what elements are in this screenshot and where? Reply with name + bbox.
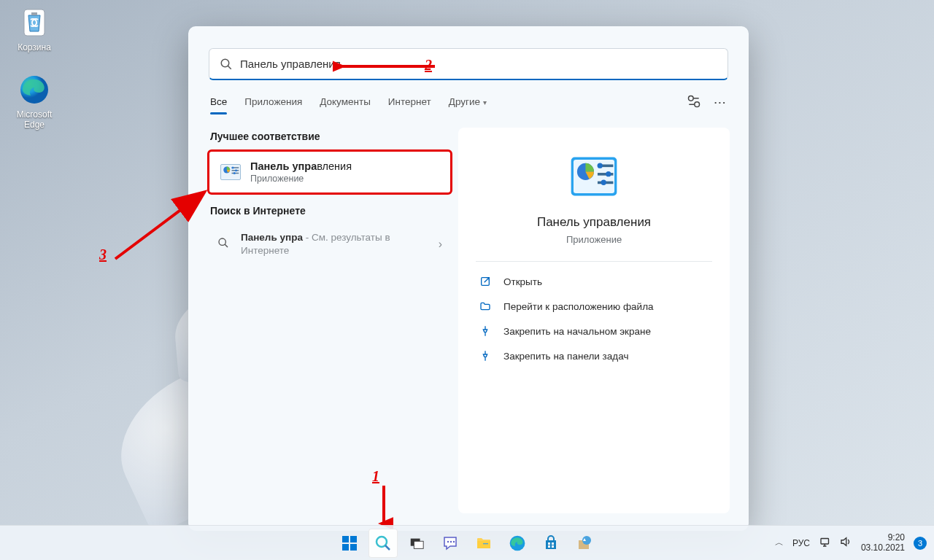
action-pin-taskbar[interactable]: Закрепить на панели задач [476, 343, 712, 368]
volume-icon[interactable] [839, 535, 852, 551]
web-result-text: Панель упра - См. результаты в Интернете [241, 231, 428, 257]
tab-apps[interactable]: Приложения [244, 90, 302, 114]
action-open[interactable]: Открыть [476, 269, 712, 294]
task-view-button[interactable] [402, 529, 431, 558]
svg-rect-43 [548, 542, 550, 545]
svg-rect-49 [821, 539, 829, 545]
tab-web[interactable]: Интернет [388, 90, 431, 114]
svg-rect-6 [221, 165, 241, 180]
edge-button[interactable] [503, 529, 532, 558]
more-options-icon[interactable]: ··· [714, 97, 727, 108]
annotation-label-2: 2 [425, 57, 432, 74]
annotation-label-3: 3 [99, 246, 107, 263]
control-panel-icon [220, 161, 242, 183]
store-icon [542, 534, 560, 552]
divider [476, 261, 712, 262]
svg-point-12 [235, 169, 237, 171]
svg-line-15 [225, 244, 228, 247]
chevron-down-icon: ▾ [483, 98, 487, 106]
taskbar-center [335, 529, 599, 558]
search-bar[interactable] [209, 48, 728, 80]
svg-point-11 [232, 167, 234, 169]
svg-point-39 [453, 540, 455, 542]
folder-icon [479, 300, 492, 312]
pin-icon [479, 350, 492, 362]
system-tray: ︿ РУС 9:20 03.10.2021 3 [775, 533, 927, 553]
app-button[interactable] [570, 529, 599, 558]
desktop-icon-label: Microsoft Edge [7, 109, 61, 130]
svg-line-34 [385, 545, 390, 550]
svg-point-13 [234, 172, 236, 174]
svg-point-23 [606, 171, 611, 176]
action-pin-start[interactable]: Закрепить на начальном экране [476, 319, 712, 343]
svg-point-33 [377, 537, 387, 547]
edge-icon [509, 534, 526, 552]
result-title: Панель управления [250, 160, 352, 172]
preview-subtitle: Приложение [476, 234, 712, 245]
svg-rect-45 [548, 545, 550, 548]
taskbar-clock[interactable]: 9:20 03.10.2021 [861, 533, 905, 553]
annotation-label-1: 1 [372, 468, 379, 485]
store-button[interactable] [536, 529, 566, 558]
tab-docs[interactable]: Документы [320, 90, 371, 114]
tab-more[interactable]: Другие ▾ [449, 90, 487, 114]
svg-point-4 [688, 96, 693, 101]
svg-point-14 [219, 238, 225, 245]
svg-rect-40 [477, 541, 490, 548]
desktop-icon-recycle-bin[interactable]: Корзина [7, 6, 61, 52]
action-file-location[interactable]: Перейти к расположению файла [476, 294, 712, 319]
svg-point-2 [221, 59, 229, 67]
svg-rect-32 [350, 544, 357, 551]
svg-point-22 [598, 163, 603, 168]
language-indicator[interactable]: РУС [792, 538, 810, 548]
chat-icon [441, 534, 459, 552]
edge-icon [18, 73, 51, 106]
open-icon [479, 276, 492, 287]
result-subtitle: Приложение [250, 174, 352, 184]
svg-line-3 [228, 66, 231, 69]
svg-rect-29 [342, 536, 349, 542]
taskbar: ︿ РУС 9:20 03.10.2021 3 [0, 525, 934, 560]
svg-rect-30 [350, 536, 357, 542]
app-icon [576, 534, 593, 552]
svg-rect-36 [414, 541, 423, 548]
svg-rect-41 [483, 543, 488, 544]
result-control-panel[interactable]: Панель управления Приложение [207, 149, 452, 195]
task-view-icon [409, 535, 425, 551]
search-icon [217, 237, 231, 252]
svg-rect-44 [552, 542, 554, 545]
desktop-icon-label: Корзина [7, 42, 61, 52]
network-icon[interactable] [819, 535, 832, 551]
control-panel-icon-large [568, 151, 620, 202]
search-button[interactable] [368, 529, 398, 558]
web-search-header: Поиск в Интернете [210, 205, 449, 217]
web-search-result[interactable]: Панель упра - См. результаты в Интернете… [207, 224, 452, 265]
chat-button[interactable] [436, 529, 465, 558]
search-settings-icon[interactable] [687, 94, 701, 111]
search-window: Все Приложения Документы Интернет Другие… [188, 26, 749, 531]
svg-point-37 [447, 540, 449, 542]
preview-title: Панель управления [476, 215, 712, 230]
pin-icon [479, 325, 492, 337]
best-match-header: Лучшее соответствие [210, 131, 449, 142]
file-explorer-button[interactable] [469, 529, 498, 558]
recycle-bin-icon [18, 6, 51, 39]
search-icon [220, 58, 233, 71]
result-preview-pane: Панель управления Приложение Открыть Пер… [458, 128, 730, 513]
svg-point-38 [450, 540, 452, 542]
notification-badge[interactable]: 3 [914, 537, 927, 550]
tab-all[interactable]: Все [210, 90, 227, 114]
svg-point-5 [695, 102, 700, 107]
chevron-right-icon: › [439, 238, 442, 251]
folder-icon [475, 534, 493, 552]
search-tabs: Все Приложения Документы Интернет Другие… [188, 86, 749, 114]
windows-logo-icon [341, 534, 358, 552]
svg-point-24 [601, 180, 606, 185]
search-icon [374, 534, 392, 552]
svg-rect-31 [342, 544, 349, 551]
start-button[interactable] [335, 529, 364, 558]
search-input[interactable] [240, 58, 717, 70]
tray-overflow-button[interactable]: ︿ [775, 537, 784, 549]
desktop-icon-edge[interactable]: Microsoft Edge [7, 73, 61, 130]
svg-rect-46 [552, 545, 554, 548]
